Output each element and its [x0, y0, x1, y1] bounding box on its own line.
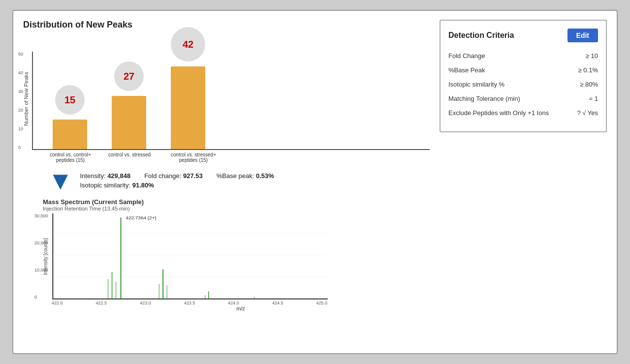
stats-block: Intensity: 429,848 Fold change: 927.53 %…	[80, 172, 274, 189]
y-tick-20: 20	[18, 108, 23, 113]
x-label-3: control vs. stressed+peptides (15)	[164, 152, 223, 163]
bar-bubble-2: 27	[114, 61, 144, 91]
criteria-value-3: ≥ 80%	[580, 81, 598, 88]
criteria-label-3: Isotopic similarity %	[448, 81, 580, 88]
y-tick-10: 10	[18, 126, 23, 131]
criteria-header: Detection Criteria Edit	[448, 29, 598, 42]
intensity-stat: Intensity: 429,848	[80, 172, 130, 180]
top-section: Distribution of New Peaks Number of New …	[23, 20, 607, 311]
criteria-row-1: Fold Change ≥ 10	[448, 52, 598, 60]
bar-chart-area: Number of New Peaks 0 10 20 30 40 50	[23, 35, 430, 163]
spectrum-subtitle: Injection Retention Time (13.45 min)	[43, 206, 430, 212]
bubble-number-2: 27	[124, 71, 134, 82]
bar-group-3: 42	[171, 66, 205, 149]
bar-group-1: 15	[53, 120, 87, 149]
bars-container: 0 10 20 30 40 50 15	[32, 52, 430, 150]
criteria-row-5: Exclude Peptides with Only +1 Ions ? √ Y…	[448, 109, 598, 117]
criteria-value-2: ≥ 0.1%	[578, 66, 598, 74]
x-axis-labels: control vs. control+peptides (15) contro…	[46, 152, 430, 163]
spectrum-chart: 422.7364 (2+)	[52, 213, 328, 300]
y-axis-label: Number of New Peaks	[23, 72, 29, 126]
criteria-value-1: ≥ 10	[586, 52, 598, 60]
spectrum-y-ticks: 0 10,000 20,000 30,000	[34, 213, 48, 300]
page-title: Distribution of New Peaks	[23, 20, 430, 30]
bubble-number-3: 42	[183, 39, 193, 50]
bar-group-2: 27	[112, 96, 146, 149]
criteria-title: Detection Criteria	[448, 31, 514, 40]
x-label-2: control vs. stressed	[105, 152, 154, 163]
y-tick-0: 0	[18, 145, 23, 150]
criteria-row-2: %Base Peak ≥ 0.1%	[448, 66, 598, 74]
edit-button[interactable]: Edit	[567, 29, 598, 42]
criteria-panel: Detection Criteria Edit Fold Change ≥ 10…	[440, 20, 607, 132]
spectrum-x-labels: 422.0 422.5 423.0 423.5 424.0 424.5 425.…	[52, 301, 327, 305]
spectrum-chart-wrapper: 0 10,000 20,000 30,000	[52, 213, 328, 300]
criteria-row-3: Isotopic similarity % ≥ 80%	[448, 81, 598, 88]
spectrum-svg: 422.7364 (2+)	[53, 213, 328, 299]
bar-bubble-3: 42	[171, 27, 205, 61]
fold-change-stat: Fold change: 927.53	[144, 172, 203, 180]
main-container: Distribution of New Peaks Number of New …	[12, 10, 618, 354]
bar-rect-2	[112, 96, 146, 149]
criteria-value-5: ? √ Yes	[577, 109, 598, 117]
base-peak-stat: %Base peak: 0.53%	[217, 172, 274, 180]
y-tick-40: 40	[18, 70, 23, 75]
bar-bubble-1: 15	[55, 85, 85, 115]
criteria-label-5: Exclude Peptides with Only +1 Ions	[448, 109, 577, 117]
bar-rect-3	[171, 66, 205, 149]
x-axis-title: m/z	[52, 305, 430, 311]
criteria-label-4: Matching Tolerance (min)	[448, 95, 589, 102]
spectrum-panel: Mass Spectrum (Current Sample) Injection…	[43, 198, 430, 311]
criteria-label-1: Fold Change	[448, 52, 586, 60]
spectrum-container: Intensity [counts] 0 10,000 20,000 30,00…	[43, 213, 430, 300]
y-tick-30: 30	[18, 89, 23, 94]
spectrum-title: Mass Spectrum (Current Sample)	[43, 198, 430, 206]
chart-inner: 0 10 20 30 40 50 15	[32, 52, 430, 163]
bar-rect-1	[53, 120, 87, 149]
x-label-1: control vs. control+peptides (15)	[46, 152, 95, 163]
stats-row-1: Intensity: 429,848 Fold change: 927.53 %…	[80, 172, 274, 180]
criteria-value-4: = 1	[589, 95, 598, 102]
down-arrow-icon: ▼	[48, 168, 73, 193]
svg-text:422.7364 (2+): 422.7364 (2+)	[126, 215, 156, 220]
stats-row-2: Isotopic similarity: 91.80%	[80, 182, 274, 189]
arrow-stats-section: ▼ Intensity: 429,848 Fold change: 927.53…	[48, 168, 430, 193]
chart-panel: Distribution of New Peaks Number of New …	[23, 20, 430, 311]
criteria-label-2: %Base Peak	[448, 66, 578, 74]
criteria-row-4: Matching Tolerance (min) = 1	[448, 95, 598, 102]
bubble-number-1: 15	[64, 94, 75, 106]
y-tick-50: 50	[18, 52, 23, 57]
